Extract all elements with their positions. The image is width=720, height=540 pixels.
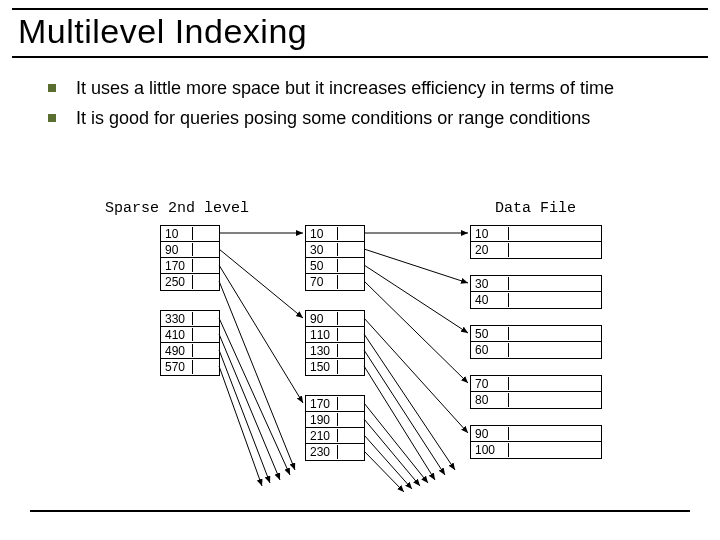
cell: 10 [310, 227, 338, 240]
cell: 60 [475, 343, 509, 357]
cell: 40 [475, 293, 509, 307]
cell: 170 [310, 397, 338, 410]
cell: 90 [310, 312, 338, 325]
data-block: 30 40 [470, 275, 602, 309]
cell: 570 [165, 360, 193, 374]
cell: 70 [475, 377, 509, 390]
cell: 110 [310, 328, 338, 341]
cell: 410 [165, 328, 193, 341]
cell: 330 [165, 312, 193, 325]
sparse-block: 330 410 490 570 [160, 310, 220, 376]
cell: 100 [475, 443, 509, 457]
cell: 80 [475, 393, 509, 407]
cell: 230 [310, 445, 338, 459]
cell: 250 [165, 275, 193, 289]
cell: 150 [310, 360, 338, 374]
data-block: 70 80 [470, 375, 602, 409]
cell: 490 [165, 344, 193, 357]
cell: 10 [165, 227, 193, 240]
data-file-label: Data File [495, 200, 576, 217]
cell: 130 [310, 344, 338, 357]
cell: 20 [475, 243, 509, 257]
dense-block: 90 110 130 150 [305, 310, 365, 376]
cell: 210 [310, 429, 338, 442]
dense-block: 170 190 210 230 [305, 395, 365, 461]
cell: 30 [310, 243, 338, 256]
cell: 170 [165, 259, 193, 272]
cell: 10 [475, 227, 509, 240]
cell: 50 [475, 327, 509, 340]
sparse-level-label: Sparse 2nd level [105, 200, 249, 217]
cell: 70 [310, 275, 338, 289]
sparse-block: 10 90 170 250 [160, 225, 220, 291]
cell: 30 [475, 277, 509, 290]
cell: 90 [165, 243, 193, 256]
cell: 190 [310, 413, 338, 426]
dense-block: 10 30 50 70 [305, 225, 365, 291]
data-block: 50 60 [470, 325, 602, 359]
footer-rule [30, 510, 690, 512]
cell: 90 [475, 427, 509, 440]
data-block: 90 100 [470, 425, 602, 459]
cell: 50 [310, 259, 338, 272]
data-block: 10 20 [470, 225, 602, 259]
